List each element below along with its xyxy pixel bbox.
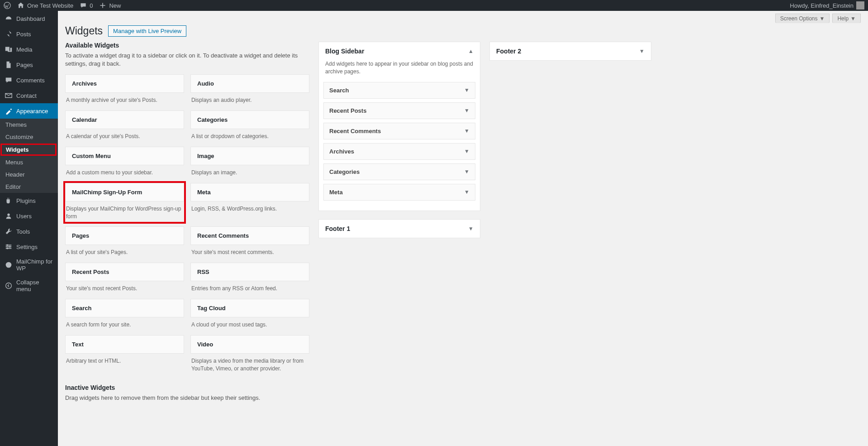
menu-item-users[interactable]: Users (0, 208, 58, 224)
chevron-down-icon: ▼ (464, 189, 470, 195)
available-widget: SearchA search form for your site. (65, 299, 184, 331)
menu-item-dashboard[interactable]: Dashboard (0, 11, 58, 26)
screen-options-button[interactable]: Screen Options ▼ (775, 14, 830, 23)
submenu-item-menus[interactable]: Menus (0, 156, 58, 168)
wp-logo[interactable] (4, 2, 11, 9)
available-widget: CategoriesA list or dropdown of categori… (190, 110, 309, 142)
widget-handle[interactable]: Image (190, 147, 309, 165)
new-link[interactable]: New (99, 2, 121, 9)
available-widget: PagesA list of your site's Pages. (65, 226, 184, 258)
tools-icon (5, 227, 13, 235)
widget-handle[interactable]: RSS (190, 263, 309, 281)
available-widget: ArchivesA monthly archive of your site's… (65, 74, 184, 106)
svg-point-7 (7, 248, 9, 249)
chevron-down-icon: ▼ (639, 48, 645, 54)
widget-area-header[interactable]: Blog Sidebar ▲ (319, 42, 480, 60)
menu-item-settings[interactable]: Settings (0, 239, 58, 254)
chevron-down-icon: ▼ (464, 87, 470, 93)
widget-handle[interactable]: Audio (190, 74, 309, 93)
comments-count: 0 (90, 2, 93, 9)
widget-handle[interactable]: Meta (190, 183, 309, 201)
widget-description: A cloud of your most used tags. (190, 317, 309, 331)
widget-handle[interactable]: Recent Posts (65, 263, 184, 281)
admin-bar: One Test Website 0 New Howdy, Einfred_Ei… (0, 0, 868, 11)
menu-item-contact[interactable]: Contact (0, 88, 58, 103)
submenu-item-customize[interactable]: Customize (0, 131, 58, 143)
placed-widget[interactable]: Recent Comments▼ (323, 123, 475, 139)
menu-item-label: Appearance (16, 108, 48, 115)
widget-handle[interactable]: Categories (190, 110, 309, 129)
placed-widget[interactable]: Meta▼ (323, 184, 475, 201)
site-link[interactable]: One Test Website (17, 2, 73, 9)
chevron-up-icon: ▲ (468, 48, 474, 54)
menu-item-posts[interactable]: Posts (0, 26, 58, 42)
submenu-item-widgets[interactable]: Widgets (0, 144, 57, 156)
widget-area-header[interactable]: Footer 2 ▼ (490, 42, 651, 60)
submenu-item-header[interactable]: Header (0, 168, 58, 181)
menu-item-tools[interactable]: Tools (0, 224, 58, 239)
manage-live-preview-button[interactable]: Manage with Live Preview (108, 25, 186, 37)
available-widget: Recent PostsYour site's most recent Post… (65, 263, 184, 294)
available-widget: CalendarA calendar of your site's Posts. (65, 110, 184, 142)
widget-handle[interactable]: Recent Comments (190, 226, 309, 245)
placed-widget[interactable]: Recent Posts▼ (323, 102, 475, 119)
placed-widget-title: Recent Posts (329, 107, 366, 114)
widget-description: Displays your MailChimp for WordPress si… (65, 201, 184, 222)
available-widget: RSSEntries from any RSS or Atom feed. (190, 263, 309, 294)
help-button[interactable]: Help ▼ (832, 14, 861, 23)
menu-item-plugins[interactable]: Plugins (0, 193, 58, 208)
widget-description: A search form for your site. (65, 317, 184, 331)
avatar (856, 1, 864, 10)
widget-area-title: Footer 1 (325, 225, 350, 232)
site-name-label: One Test Website (27, 2, 73, 9)
users-icon (5, 212, 13, 220)
widget-handle[interactable]: Calendar (65, 110, 184, 129)
placed-widget[interactable]: Categories▼ (323, 163, 475, 180)
home-icon (17, 2, 24, 9)
widget-description: A monthly archive of your site's Posts. (65, 93, 184, 106)
available-widget: TextArbitrary text or HTML. (65, 335, 184, 374)
placed-widget[interactable]: Search▼ (323, 82, 475, 99)
placed-widget[interactable]: Archives▼ (323, 143, 475, 160)
pin-icon (5, 30, 13, 38)
widget-area-header[interactable]: Footer 1 ▼ (319, 220, 480, 238)
widget-handle[interactable]: Text (65, 335, 184, 354)
comments-icon (5, 76, 13, 84)
placed-widget-title: Archives (329, 148, 354, 155)
widget-description: Add a custom menu to your sidebar. (65, 165, 184, 178)
widget-description: Arbitrary text or HTML. (65, 354, 184, 367)
widget-handle[interactable]: Archives (65, 74, 184, 93)
widget-handle[interactable]: Search (65, 299, 184, 317)
available-widget: ImageDisplays an image. (190, 147, 309, 178)
menu-item-mailchimp-for-wp[interactable]: MailChimp for WP (0, 254, 58, 275)
menu-item-appearance[interactable]: Appearance (0, 103, 58, 119)
chevron-down-icon: ▼ (464, 148, 470, 154)
appearance-icon (5, 107, 13, 115)
chevron-down-icon: ▼ (820, 15, 825, 22)
available-widget: Recent CommentsYour site's most recent c… (190, 226, 309, 258)
submenu-item-themes[interactable]: Themes (0, 119, 58, 131)
widget-description: Displays a video from the media library … (190, 354, 309, 374)
widget-handle[interactable]: Tag Cloud (190, 299, 309, 317)
menu-item-collapse-menu[interactable]: Collapse menu (0, 275, 58, 296)
widget-handle[interactable]: Pages (65, 226, 184, 245)
howdy-link[interactable]: Howdy, Einfred_Einstein (790, 1, 864, 10)
menu-item-comments[interactable]: Comments (0, 72, 58, 88)
comments-link[interactable]: 0 (80, 2, 93, 9)
widget-handle[interactable]: Custom Menu (65, 147, 184, 165)
svg-point-1 (7, 214, 9, 216)
menu-item-label: Posts (16, 31, 31, 38)
chevron-down-icon: ▼ (850, 15, 856, 22)
settings-icon (5, 243, 13, 251)
widget-area-title: Footer 2 (496, 48, 521, 55)
submenu-item-editor[interactable]: Editor (0, 181, 58, 193)
widget-handle[interactable]: MailChimp Sign-Up Form (65, 183, 184, 201)
svg-point-9 (6, 283, 12, 289)
contact-icon (5, 91, 13, 100)
available-widget: AudioDisplays an audio player. (190, 74, 309, 106)
widget-description: Displays an image. (190, 165, 309, 178)
menu-item-pages[interactable]: Pages (0, 57, 58, 72)
menu-item-media[interactable]: Media (0, 42, 58, 57)
page-title: Widgets (65, 25, 103, 37)
widget-handle[interactable]: Video (190, 335, 309, 354)
